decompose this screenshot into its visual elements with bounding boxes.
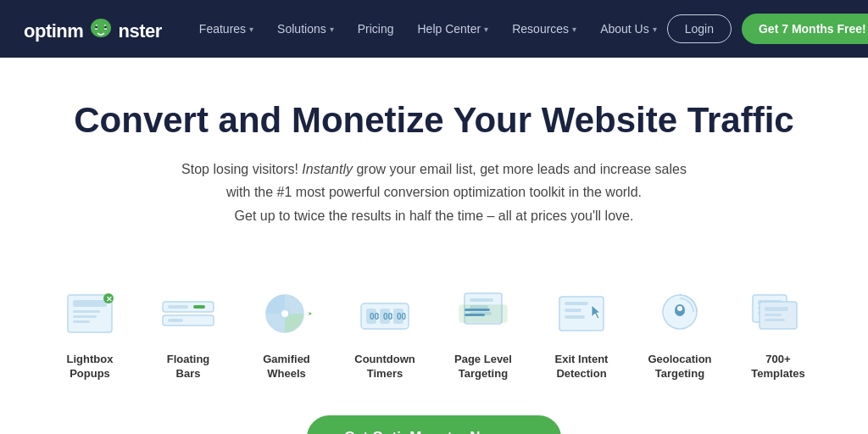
lightbox-label: LightboxPopups <box>67 353 114 381</box>
feature-geolocation: GeolocationTargeting <box>634 283 726 381</box>
svg-rect-51 <box>765 319 785 321</box>
page-level-icon <box>453 287 514 341</box>
nav-solutions[interactable]: Solutions ▾ <box>267 15 344 42</box>
chevron-down-icon: ▾ <box>330 25 334 34</box>
navbar: optinm nster Features ▾ Solutions ▾ Pric… <box>0 0 868 58</box>
feature-countdown: 00 00 00 : : CountdownTimers <box>339 283 431 381</box>
nav-features[interactable]: Features ▾ <box>189 15 264 42</box>
svg-point-18 <box>281 309 289 318</box>
hero-title: Convert and Monetize Your Website Traffi… <box>51 100 817 141</box>
svg-rect-38 <box>565 309 581 312</box>
chevron-down-icon: ▾ <box>572 25 576 34</box>
svg-text::: : <box>376 310 380 320</box>
countdown-timers-label: CountdownTimers <box>354 353 415 381</box>
svg-rect-39 <box>565 315 585 319</box>
svg-rect-7 <box>73 310 100 313</box>
nav-links: Features ▾ Solutions ▾ Pricing Help Cent… <box>189 15 667 42</box>
hero-section: Convert and Monetize Your Website Traffi… <box>0 58 868 283</box>
svg-rect-50 <box>765 314 782 316</box>
feature-templates: 700+Templates <box>732 283 824 381</box>
svg-text::: : <box>390 310 393 320</box>
svg-point-43 <box>677 306 682 311</box>
feature-page-level: Page LevelTargeting <box>437 283 529 381</box>
nav-about-us[interactable]: About Us ▾ <box>590 15 667 42</box>
nav-pricing[interactable]: Pricing <box>348 15 404 42</box>
monster-icon <box>89 16 113 38</box>
templates-label: 700+Templates <box>751 353 804 381</box>
logo[interactable]: optinm nster <box>24 15 162 42</box>
svg-rect-13 <box>168 305 188 309</box>
svg-rect-8 <box>73 315 97 318</box>
hero-subtitle: Stop losing visitors! Instantly grow you… <box>171 158 697 227</box>
nav-actions: Login Get 7 Months Free! <box>667 14 868 44</box>
page-level-label: Page LevelTargeting <box>454 353 512 381</box>
gamified-wheels-icon <box>256 287 317 341</box>
feature-lightbox: ✕ LightboxPopups <box>44 283 136 381</box>
geolocation-label: GeolocationTargeting <box>648 353 711 381</box>
floating-bars-label: FloatingBars <box>167 353 210 381</box>
svg-marker-19 <box>309 312 312 315</box>
login-button[interactable]: Login <box>667 14 732 43</box>
feature-gamified: GamifiedWheels <box>241 283 332 381</box>
svg-text:00: 00 <box>397 312 407 321</box>
features-row: ✕ LightboxPopups FloatingBars <box>0 283 868 407</box>
svg-rect-30 <box>470 298 493 302</box>
floating-bars-icon <box>158 287 219 341</box>
svg-rect-14 <box>193 305 205 309</box>
templates-icon <box>748 287 809 341</box>
arrow-right-icon: → <box>509 429 524 434</box>
get-optinmonster-button[interactable]: Get OptinMonster Now → <box>307 415 561 434</box>
feature-floating-bars: FloatingBars <box>142 283 234 381</box>
nav-help-center[interactable]: Help Center ▾ <box>408 15 499 42</box>
svg-rect-6 <box>73 300 107 307</box>
svg-rect-37 <box>565 302 588 305</box>
get-free-button[interactable]: Get 7 Months Free! <box>742 14 868 44</box>
countdown-timers-icon: 00 00 00 : : <box>354 287 415 341</box>
svg-text:✕: ✕ <box>106 295 113 303</box>
chevron-down-icon: ▾ <box>484 25 488 34</box>
gamified-wheels-label: GamifiedWheels <box>263 353 310 381</box>
feature-exit-intent: Exit IntentDetection <box>536 283 627 381</box>
exit-intent-label: Exit IntentDetection <box>555 353 609 381</box>
geolocation-icon <box>649 287 710 341</box>
exit-intent-icon <box>551 287 612 341</box>
svg-rect-35 <box>465 314 485 316</box>
svg-rect-49 <box>765 307 788 311</box>
nav-resources[interactable]: Resources ▾ <box>502 15 587 42</box>
chevron-down-icon: ▾ <box>653 25 657 34</box>
svg-rect-34 <box>465 309 490 311</box>
lightbox-icon: ✕ <box>59 287 120 341</box>
chevron-down-icon: ▾ <box>249 25 253 34</box>
cta-area: Get OptinMonster Now → <box>0 407 868 434</box>
svg-rect-16 <box>168 319 183 322</box>
svg-rect-9 <box>73 320 90 323</box>
